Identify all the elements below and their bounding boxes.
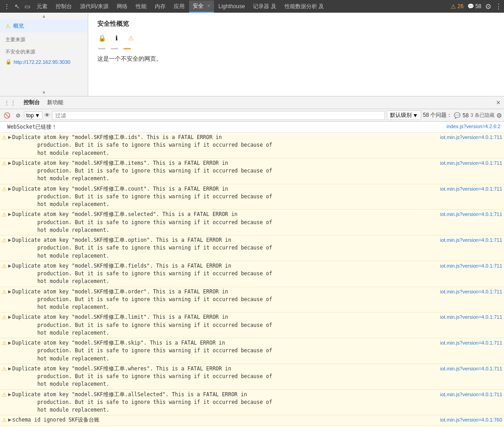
sidebar-overview[interactable]: ⚠ 概览 [0, 19, 88, 33]
console-title[interactable]: 控制台 [20, 99, 43, 106]
log-source[interactable]: iot.min.js?version=4.0.1:711 [440, 314, 502, 320]
console-log[interactable]: WebSocket已链接！ index.js?version=4.2.6:2 ⚠… [0, 122, 504, 427]
tab-console[interactable]: 控制台 [52, 1, 76, 12]
warn-triangle-icon: ⚠ [2, 263, 7, 269]
tab-lighthouse[interactable]: Lighthouse [215, 1, 249, 11]
context-selector[interactable]: top ▼ [24, 111, 43, 120]
tab-sources[interactable]: 源代码/来源 [76, 1, 112, 12]
clear-console-button[interactable]: 🚫 [2, 111, 12, 120]
log-source[interactable]: iot.min.js?version=4.0.1:711 [440, 366, 502, 371]
log-source[interactable]: iot.min.js?version=4.0.1:711 [440, 211, 502, 217]
expand-arrow-icon[interactable]: ▶ [8, 315, 11, 319]
tab-elements[interactable]: 元素 [33, 1, 51, 12]
log-message: Duplicate atom key "model.SKF维修工单.order"… [12, 288, 437, 312]
warning-badge[interactable]: ⚠ 26 [451, 3, 463, 10]
table-row: ⚠▶Duplicate atom key "model.SKF维修工单.allS… [0, 390, 504, 416]
websocket-message: WebSocket已链接！ [4, 123, 61, 131]
log-message: Duplicate atom key "model.SKF维修工单.limit"… [12, 313, 437, 337]
log-source[interactable]: iot.min.js?version=4.0.1:711 [440, 392, 502, 397]
expand-arrow-icon[interactable]: ▶ [8, 366, 11, 371]
tab-recorder[interactable]: 记录器 及 [249, 1, 280, 12]
main-source-label: 主要来源 [0, 33, 88, 45]
toolbar-right: ⚠ 26 💬 58 ⚙ ⋮ [451, 2, 502, 11]
console-filter-bar: 🚫 ⊘ top ▼ 👁 默认级别 ▼ 58 个问题： 💬 58 3 条已隐藏 ⚙ [0, 109, 504, 122]
table-row: ⚠▶Duplicate atom key "model.SKF维修工单.wher… [0, 364, 504, 390]
expand-arrow-icon[interactable]: ▶ [8, 392, 11, 397]
log-source[interactable]: iot.min.js?version=4.0.1:711 [440, 289, 502, 294]
close-security-tab[interactable]: × [207, 3, 210, 9]
warn-triangle-icon: ⚠ [2, 160, 7, 167]
warn-triangle-icon: ⚠ [2, 366, 7, 372]
level-chevron-icon: ▼ [413, 112, 418, 119]
log-message: Duplicate atom key "model.SKF维修工单.ids". … [12, 134, 437, 157]
log-message: Duplicate atom key "model.SKF维修工单.fields… [12, 262, 437, 286]
security-icons-row: 🔒 ℹ ⚠ [97, 34, 495, 43]
more-icon[interactable]: ⋮ [495, 2, 502, 11]
expand-arrow-icon[interactable]: ▶ [8, 135, 11, 139]
error-badge[interactable]: 💬 58 [467, 3, 481, 10]
device-icon[interactable]: ▭ [23, 3, 32, 10]
console-settings-icon[interactable]: ⚙ [496, 112, 502, 119]
table-row: ⚠▶Duplicate atom key "model.SKF维修工单.limi… [0, 312, 504, 338]
level-selector[interactable]: 默认级别 ▼ [387, 110, 421, 120]
table-row: ⚠▶schema id ignored SKF设备台账iot.min.js?ve… [0, 415, 504, 425]
console-toolbar: ⋮⋮ 控制台 新功能 × [0, 96, 504, 109]
hidden-count: 3 条已隐藏 [471, 112, 494, 119]
filter-input[interactable] [52, 111, 385, 120]
new-feature-label[interactable]: 新功能 [47, 99, 63, 106]
warn-triangle-icon: ⚠ [2, 392, 7, 398]
log-message: Duplicate atom key "model.SKF维修工单.count"… [12, 185, 437, 209]
security-title: 安全性概览 [97, 20, 495, 28]
log-source[interactable]: iot.min.js?version=4.0.1:711 [440, 186, 502, 192]
security-content: 安全性概览 🔒 ℹ ⚠ 这是一个不安全的网页。 [88, 13, 504, 96]
tab-performance[interactable]: 性能 [132, 1, 150, 12]
log-message: Duplicate atom key "model.SKF维修工单.option… [12, 236, 437, 260]
log-source[interactable]: iot.min.js?version=4.0.1:711 [440, 263, 502, 269]
table-row: ⚠▶Duplicate atom key "model.SKF维修工单.skip… [0, 338, 504, 364]
expand-arrow-icon[interactable]: ▶ [8, 341, 11, 345]
log-message: Duplicate atom key "model.SKF维修工单.allSel… [12, 391, 437, 414]
table-row: ⚠▶Duplicate atom key "model.SKF维修工单.coun… [0, 184, 504, 210]
devtools-menu-icon[interactable]: ⋮ [2, 3, 12, 10]
expand-arrow-icon[interactable]: ▶ [8, 187, 11, 191]
log-source[interactable]: iot.min.js?version=4.0.1:760 [440, 417, 502, 422]
log-entries-container: ⚠▶Duplicate atom key "model.SKF维修工单.ids"… [0, 133, 504, 427]
expand-arrow-icon[interactable]: ▶ [8, 417, 11, 422]
close-console-button[interactable]: × [496, 99, 500, 107]
main-container: ▲ ⚠ 概览 主要来源 不安全的来源 🔒 http://172.22.162.9… [0, 13, 504, 427]
tab-perf-insights[interactable]: 性能数据分析 及 [281, 1, 328, 12]
log-source[interactable]: iot.min.js?version=4.0.1:711 [440, 134, 502, 140]
table-row: ⚠▶Duplicate atom key "model.SKF维修工单.sele… [0, 210, 504, 235]
expand-arrow-icon[interactable]: ▶ [8, 238, 11, 242]
tab-network[interactable]: 网络 [113, 1, 131, 12]
issues-count: 58 个问题： 💬 58 [423, 111, 469, 119]
chevron-down-icon: ▼ [35, 112, 40, 119]
console-menu-button[interactable]: ⊘ [14, 111, 22, 120]
expand-arrow-icon[interactable]: ▶ [8, 264, 11, 268]
warn-triangle-icon: ⚠ [2, 237, 7, 244]
context-label: top [26, 112, 34, 119]
log-source[interactable]: iot.min.js?version=4.0.1:711 [440, 160, 502, 166]
settings-icon[interactable]: ⚙ [485, 2, 491, 11]
log-source[interactable]: iot.min.js?version=4.0.1:711 [440, 237, 502, 243]
console-panel: ⋮⋮ 控制台 新功能 × 🚫 ⊘ top ▼ 👁 默认级别 ▼ 58 个问题： … [0, 96, 504, 427]
tab-memory[interactable]: 内存 [151, 1, 169, 12]
log-source[interactable]: iot.min.js?version=4.0.1:711 [440, 340, 502, 345]
warn-status-icon: ⚠ [126, 34, 135, 43]
warn-triangle-icon: ⚠ [2, 289, 7, 295]
insecure-source-label: 不安全的来源 [0, 45, 88, 57]
top-toolbar: ⋮ ↖ ▭ 元素 控制台 源代码/来源 网络 性能 内存 应用 安全 × Lig… [0, 0, 504, 13]
tab-application[interactable]: 应用 [170, 1, 188, 12]
sidebar-url[interactable]: 🔒 http://172.22.162.95:3030 [0, 57, 88, 67]
table-row: ⚠▶schema id ignored SKF_TPM人员表iot.min.js… [0, 426, 504, 427]
inspect-icon[interactable]: ↖ [13, 3, 22, 10]
lock-icon: 🔒 [5, 59, 12, 65]
expand-arrow-icon[interactable]: ▶ [8, 289, 11, 294]
tab-security[interactable]: 安全 × [189, 0, 214, 13]
expand-arrow-icon[interactable]: ▶ [8, 161, 11, 165]
log-message: Duplicate atom key "model.SKF维修工单.wheres… [12, 365, 437, 389]
eye-icon[interactable]: 👁 [44, 112, 50, 119]
index-source[interactable]: index.js?version=4.2.6:2 [447, 124, 500, 131]
log-message: Duplicate atom key "model.SKF维修工单.skip".… [12, 339, 437, 363]
expand-arrow-icon[interactable]: ▶ [8, 212, 11, 216]
